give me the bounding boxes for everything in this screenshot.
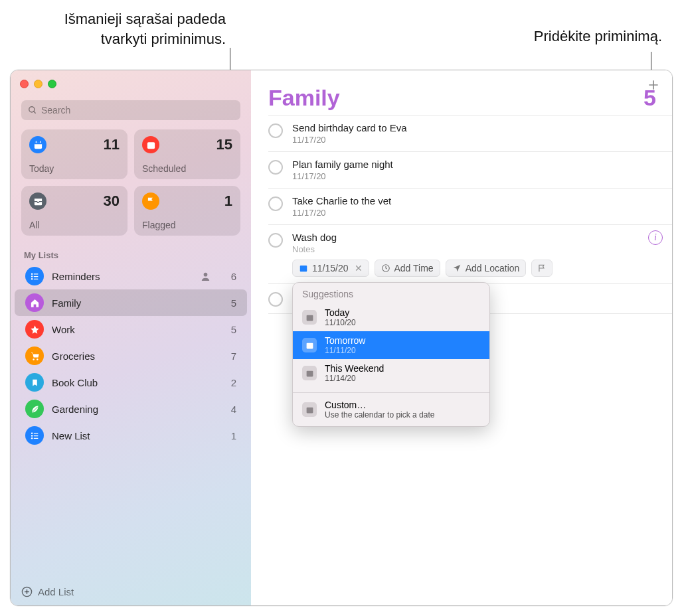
svg-rect-10: [33, 275, 38, 276]
suggestions-header: Suggestions: [293, 283, 489, 303]
add-time-chip[interactable]: Add Time: [375, 260, 440, 277]
reminder-title: Wash dog: [292, 232, 656, 243]
list-count: 5: [223, 297, 236, 309]
complete-toggle[interactable]: [268, 196, 283, 211]
sidebar-list-reminders[interactable]: Reminders6: [15, 263, 247, 289]
zoom-window-button[interactable]: [48, 80, 56, 88]
reminder-date: 11/17/20: [292, 171, 656, 181]
calendar-icon: [302, 338, 317, 352]
reminder-title: Plan family game night: [292, 159, 656, 170]
smart-scheduled[interactable]: 15 Scheduled: [134, 129, 240, 179]
list-name: Groceries: [52, 350, 215, 362]
list-title: Family: [268, 85, 340, 111]
smart-today-label: Today: [29, 163, 120, 174]
minimize-window-button[interactable]: [34, 80, 43, 88]
add-list-label: Add List: [38, 586, 74, 597]
sidebar-list-groceries[interactable]: Groceries7: [15, 343, 247, 369]
reminder-row[interactable]: Wash dogNotes11/15/20✕Add TimeAdd Locati…: [268, 225, 672, 284]
svg-rect-3: [34, 142, 41, 144]
suggestion-this-weekend[interactable]: This Weekend11/14/20: [293, 359, 489, 390]
location-icon: [452, 264, 462, 273]
reminder-date: 11/17/20: [292, 135, 656, 145]
flag-icon: [537, 264, 547, 273]
add-reminder-button[interactable]: [647, 78, 660, 92]
smart-scheduled-count: 15: [216, 136, 232, 153]
calendar-icon: [302, 402, 317, 417]
shared-icon: [200, 271, 211, 282]
svg-rect-29: [306, 315, 313, 321]
sidebar-list-work[interactable]: Work5: [15, 316, 247, 343]
clear-date-icon[interactable]: ✕: [355, 263, 363, 273]
smart-all[interactable]: 30 All: [21, 186, 128, 236]
svg-point-15: [37, 358, 39, 360]
suggestion-title: Today: [325, 307, 356, 318]
list-name: New List: [52, 430, 215, 441]
svg-point-11: [31, 278, 33, 280]
suggestion-date: 11/14/20: [325, 374, 384, 383]
svg-rect-5: [40, 141, 41, 143]
smart-all-label: All: [29, 220, 120, 230]
calendar-today-icon: [29, 136, 46, 153]
callout-add-reminder: Pridėkite priminimą.: [534, 27, 662, 46]
svg-point-9: [31, 275, 33, 277]
svg-point-20: [31, 437, 33, 439]
svg-rect-27: [300, 266, 307, 271]
sidebar-list-gardening[interactable]: Gardening4: [15, 396, 247, 422]
suggestion-tomorrow[interactable]: Tomorrow11/11/20: [293, 331, 489, 359]
window-controls: [11, 70, 251, 95]
search-icon: [28, 106, 37, 115]
smart-lists: 11 Today 15 Scheduled 30: [11, 129, 251, 244]
add-list-button[interactable]: Add List: [11, 578, 251, 605]
suggestion-custom[interactable]: Custom… Use the calendar to pick a date: [293, 396, 489, 426]
svg-rect-31: [306, 370, 313, 376]
search-input[interactable]: Search: [21, 100, 240, 120]
sidebar-list-book-club[interactable]: Book Club2: [15, 369, 247, 396]
add-location-chip[interactable]: Add Location: [446, 260, 527, 277]
separator: [293, 392, 489, 393]
complete-toggle[interactable]: [268, 292, 283, 307]
svg-rect-8: [33, 273, 38, 274]
svg-line-1: [34, 112, 36, 114]
reminder-title: Take Charlie to the vet: [292, 195, 656, 206]
svg-rect-6: [147, 142, 154, 149]
plus-circle-icon: [21, 586, 33, 597]
date-chip[interactable]: 11/15/20✕: [292, 260, 369, 277]
close-window-button[interactable]: [20, 80, 29, 88]
reminder-row[interactable]: Plan family game night11/17/20: [268, 152, 672, 189]
suggestion-today[interactable]: Today11/10/20: [293, 303, 489, 331]
home-icon: [25, 293, 44, 312]
smart-scheduled-label: Scheduled: [142, 163, 232, 174]
complete-toggle[interactable]: [268, 123, 283, 138]
callout-smart-lists: Išmanieji sąrašai padeda tvarkyti primin…: [40, 9, 226, 48]
sidebar-list-new-list[interactable]: New List1: [15, 422, 247, 449]
sidebar-list-family[interactable]: Family5: [15, 289, 247, 316]
my-lists-header: My Lists: [11, 244, 251, 263]
list-name: Reminders: [52, 271, 192, 282]
smart-today[interactable]: 11 Today: [21, 129, 128, 179]
flag-icon: [142, 193, 159, 210]
calendar-icon: [302, 366, 317, 380]
complete-toggle[interactable]: [268, 160, 283, 175]
complete-toggle[interactable]: [268, 233, 283, 248]
reminder-row[interactable]: Take Charlie to the vet11/17/20: [268, 189, 672, 225]
list-count: 5: [223, 324, 236, 335]
sidebar: Search 11 Today 15 Schedul: [11, 70, 251, 605]
list-name: Work: [52, 324, 215, 335]
svg-rect-19: [33, 435, 38, 435]
flag-chip[interactable]: [531, 260, 553, 277]
smart-flagged[interactable]: 1 Flagged: [134, 186, 240, 236]
suggestion-date: 11/10/20: [325, 318, 356, 327]
clock-icon: [381, 264, 390, 273]
info-button[interactable]: i: [648, 230, 663, 245]
smart-flagged-count: 1: [224, 193, 232, 210]
reminder-notes-placeholder[interactable]: Notes: [292, 244, 656, 254]
svg-rect-17: [33, 433, 38, 433]
svg-point-16: [31, 432, 33, 434]
calendar-icon: [302, 310, 317, 325]
svg-point-14: [33, 358, 35, 360]
tray-icon: [29, 193, 46, 210]
reminder-date: 11/17/20: [292, 208, 656, 218]
reminder-row[interactable]: Send birthday card to Eva11/17/20: [268, 115, 672, 152]
suggestion-custom-hint: Use the calendar to pick a date: [325, 410, 434, 420]
smart-today-count: 11: [104, 136, 120, 153]
